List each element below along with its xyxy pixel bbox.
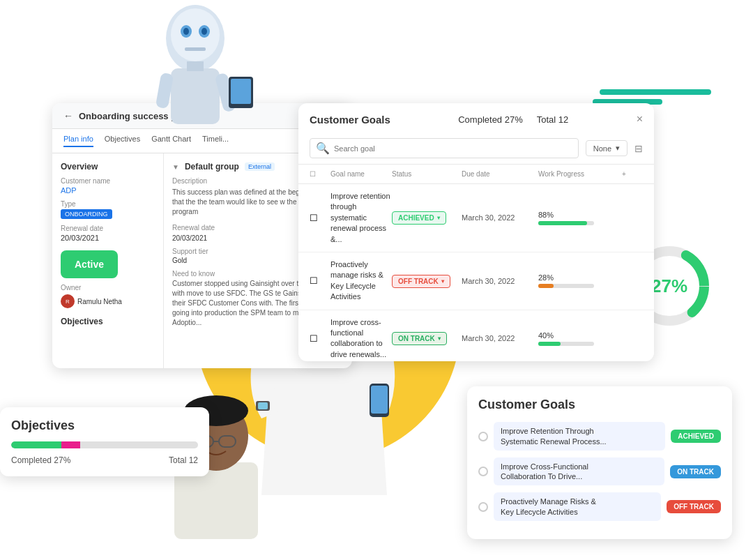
progress-bar-2 (538, 342, 594, 346)
svg-rect-20 (371, 386, 388, 414)
goal-circle-0 (478, 432, 488, 441)
external-badge: External (245, 162, 275, 171)
objectives-card-title: Objectives (11, 418, 198, 433)
filter-button[interactable]: None ▾ (586, 140, 628, 156)
goal-badge-1: ON TRACK (670, 465, 721, 478)
row-checkbox-2[interactable]: ☐ (310, 333, 330, 344)
customer-goals-title: Customer Goals (310, 114, 390, 126)
goal-text-1: Improve Cross-FunctionalCollaboration To… (494, 457, 664, 486)
teal-strip-1 (600, 89, 711, 95)
completed-text: Completed 27% (11, 455, 70, 465)
owner-name: Ramulu Netha (77, 298, 122, 305)
customer-goals-card: Customer Goals Completed 27% Total 12 × … (298, 103, 654, 361)
group-name: Default group (185, 162, 239, 172)
goal-circle-1 (478, 467, 488, 476)
search-icon: 🔍 (316, 142, 330, 155)
table-row: ☐ Proactively manage risks & Key Lifecyc… (298, 252, 654, 310)
status-badge-0[interactable]: ACHIEVED ▾ (392, 211, 446, 225)
goal-text-0: Improve Retention ThroughSystematic Rene… (494, 422, 665, 451)
filter-none-label: None (593, 144, 611, 153)
status-badge-1[interactable]: OFF TRACK ▾ (392, 275, 450, 288)
chevron-down-icon: ▾ (616, 144, 620, 153)
table-row: ☐ Improve retention through systematic r… (298, 184, 654, 252)
svg-point-1 (171, 8, 220, 61)
goal-progress-1: 28% (538, 273, 622, 288)
goal-circle-2 (478, 502, 488, 512)
goal-name-0: Improve retention through systematic ren… (330, 191, 392, 245)
goal-text-2: Proactively Manage Risks &Key Lifecycle … (494, 492, 661, 521)
progress-bar-0 (538, 221, 594, 225)
progress-fill-0 (538, 221, 587, 225)
back-arrow-icon[interactable]: ← (63, 110, 73, 121)
total-text: Total 12 (169, 455, 198, 465)
col-status: Status (392, 170, 462, 178)
renewal-date-label: Renewal date (61, 225, 155, 232)
search-input[interactable] (334, 144, 572, 153)
goal-due-0: March 30, 2022 (462, 213, 538, 222)
customer-goals-header: Customer Goals Completed 27% Total 12 × (298, 103, 654, 133)
svg-rect-8 (187, 61, 204, 71)
completed-stat: Completed 27% (458, 114, 523, 125)
customer-name-value: ADP (61, 186, 155, 195)
goal-status-0[interactable]: ACHIEVED ▾ (392, 211, 462, 225)
goal-name-2: Improve cross-functional collaboration t… (330, 317, 392, 361)
col-work-progress: Work Progress (538, 170, 622, 178)
owner-avatar: R (61, 294, 75, 308)
onboarding-left-panel: Overview Customer name ADP Type ONBOARDI… (52, 153, 164, 368)
donut-percent-label: 27% (651, 275, 687, 297)
goal-progress-2: 40% (538, 331, 622, 346)
row-checkbox-0[interactable]: ☐ (310, 213, 330, 223)
cg-bottom-title: Customer Goals (478, 398, 721, 412)
objectives-section-label: Objectives (61, 317, 155, 326)
svg-rect-6 (185, 47, 206, 51)
progress-green (11, 441, 61, 448)
renewal-date-value: 20/03/2021 (61, 234, 155, 242)
search-box[interactable]: 🔍 (310, 138, 579, 158)
owner-label: Owner (61, 284, 155, 292)
goals-table-body: ☐ Improve retention through systematic r… (298, 184, 654, 361)
active-status-button[interactable]: Active (61, 250, 118, 278)
goal-due-1: March 30, 2022 (462, 277, 538, 285)
collapse-icon[interactable]: ▼ (172, 163, 179, 171)
goal-badge-2: OFF TRACK (667, 500, 721, 513)
table-row: ☐ Improve cross-functional collaboration… (298, 310, 654, 361)
col-add[interactable]: + (622, 170, 643, 178)
cg-goal-row-0: Improve Retention ThroughSystematic Rene… (478, 422, 721, 451)
type-badge: ONBOARDING (61, 209, 112, 219)
objectives-footer: Completed 27% Total 12 (11, 455, 198, 465)
robot-image (126, 0, 265, 139)
customer-goals-stats: Completed 27% Total 12 (458, 114, 568, 125)
cg-goal-row-1: Improve Cross-FunctionalCollaboration To… (478, 457, 721, 486)
progress-pink (61, 441, 80, 448)
svg-point-4 (183, 28, 189, 35)
cg-goal-row-2: Proactively Manage Risks &Key Lifecycle … (478, 492, 721, 521)
table-header: ☐ Goal name Status Due date Work Progres… (298, 165, 654, 184)
goal-due-2: March 30, 2022 (462, 334, 538, 342)
objectives-progress-bar (11, 441, 198, 448)
col-due-date: Due date (462, 170, 538, 178)
goal-status-2[interactable]: ON TRACK ▾ (392, 331, 462, 345)
customer-name-label: Customer name (61, 177, 155, 185)
svg-rect-11 (231, 79, 251, 104)
progress-fill-2 (538, 342, 561, 346)
row-checkbox-1[interactable]: ☐ (310, 275, 330, 286)
status-badge-2[interactable]: ON TRACK ▾ (392, 332, 447, 345)
type-label: Type (61, 200, 155, 208)
goal-status-1[interactable]: OFF TRACK ▾ (392, 274, 462, 288)
tab-plan-info[interactable]: Plan info (63, 135, 93, 147)
col-goal-name: Goal name (330, 170, 392, 178)
filter-funnel-icon[interactable]: ⊟ (634, 143, 643, 154)
total-stat: Total 12 (537, 114, 569, 125)
svg-rect-7 (171, 68, 220, 124)
objectives-card: Objectives Completed 27% Total 12 (0, 407, 209, 476)
customer-goals-toolbar: 🔍 None ▾ ⊟ (298, 133, 654, 165)
cg-bottom-goals: Improve Retention ThroughSystematic Rene… (478, 422, 721, 521)
close-button[interactable]: × (637, 113, 643, 126)
goal-badge-0: ACHIEVED (671, 430, 721, 443)
goal-progress-0: 88% (538, 211, 622, 225)
progress-bar-1 (538, 284, 594, 288)
customer-goals-bottom-card: Customer Goals Improve Retention Through… (467, 386, 732, 539)
overview-title: Overview (61, 162, 155, 172)
checkbox-header: ☐ (310, 170, 330, 178)
svg-point-5 (201, 28, 207, 35)
